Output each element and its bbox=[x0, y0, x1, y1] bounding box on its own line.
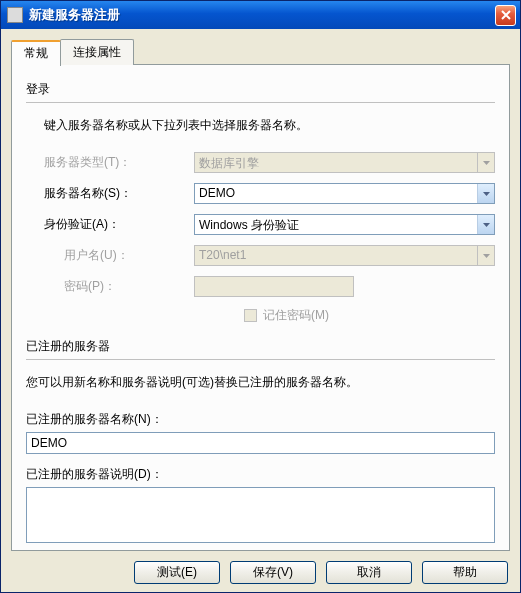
tab-general[interactable]: 常规 bbox=[11, 40, 61, 66]
username-select: T20\net1 bbox=[194, 245, 495, 266]
close-button[interactable] bbox=[495, 5, 516, 26]
group-login-separator bbox=[26, 102, 495, 103]
auth-select-wrap[interactable]: Windows 身份验证 bbox=[194, 214, 495, 235]
button-bar: 测试(E) 保存(V) 取消 帮助 bbox=[11, 551, 510, 584]
auth-select[interactable]: Windows 身份验证 bbox=[194, 214, 495, 235]
login-instruction: 键入服务器名称或从下拉列表中选择服务器名称。 bbox=[44, 117, 495, 134]
server-name-select-wrap[interactable]: DEMO bbox=[194, 183, 495, 204]
dialog-window: 新建服务器注册 常规 连接属性 登录 键入服务器名称或从下拉列表中选择服务器名称… bbox=[0, 0, 521, 593]
tab-connection-properties[interactable]: 连接属性 bbox=[60, 39, 134, 65]
client-area: 常规 连接属性 登录 键入服务器名称或从下拉列表中选择服务器名称。 服务器类型(… bbox=[1, 29, 520, 592]
server-type-select: 数据库引擎 bbox=[194, 152, 495, 173]
server-name-select[interactable]: DEMO bbox=[194, 183, 495, 204]
window-title: 新建服务器注册 bbox=[29, 6, 495, 24]
titlebar[interactable]: 新建服务器注册 bbox=[1, 1, 520, 29]
password-label: 密码(P)： bbox=[44, 278, 194, 295]
password-input bbox=[194, 276, 354, 297]
tab-pane-general: 登录 键入服务器名称或从下拉列表中选择服务器名称。 服务器类型(T)： 数据库引… bbox=[11, 64, 510, 551]
remember-password-row: 记住密码(M) bbox=[26, 307, 495, 324]
server-name-label: 服务器名称(S)： bbox=[44, 185, 194, 202]
server-type-label: 服务器类型(T)： bbox=[44, 154, 194, 171]
auth-label: 身份验证(A)： bbox=[44, 216, 194, 233]
server-type-select-wrap: 数据库引擎 bbox=[194, 152, 495, 173]
group-login-label: 登录 bbox=[26, 81, 495, 98]
registered-name-label: 已注册的服务器名称(N)： bbox=[26, 411, 495, 428]
group-registered-separator bbox=[26, 359, 495, 360]
cancel-button[interactable]: 取消 bbox=[326, 561, 412, 584]
registered-desc-label: 已注册的服务器说明(D)： bbox=[26, 466, 495, 483]
save-button[interactable]: 保存(V) bbox=[230, 561, 316, 584]
tabstrip: 常规 连接属性 bbox=[11, 39, 510, 65]
registered-instruction: 您可以用新名称和服务器说明(可选)替换已注册的服务器名称。 bbox=[26, 374, 495, 391]
remember-password-label: 记住密码(M) bbox=[263, 307, 329, 324]
username-select-wrap: T20\net1 bbox=[194, 245, 495, 266]
remember-password-checkbox bbox=[244, 309, 257, 322]
group-registered-label: 已注册的服务器 bbox=[26, 338, 495, 355]
close-icon bbox=[501, 10, 511, 20]
help-button[interactable]: 帮助 bbox=[422, 561, 508, 584]
username-label: 用户名(U)： bbox=[44, 247, 194, 264]
app-icon bbox=[7, 7, 23, 23]
registered-name-input[interactable] bbox=[26, 432, 495, 454]
test-button[interactable]: 测试(E) bbox=[134, 561, 220, 584]
registered-desc-input[interactable] bbox=[26, 487, 495, 543]
password-field-wrap bbox=[194, 276, 495, 297]
